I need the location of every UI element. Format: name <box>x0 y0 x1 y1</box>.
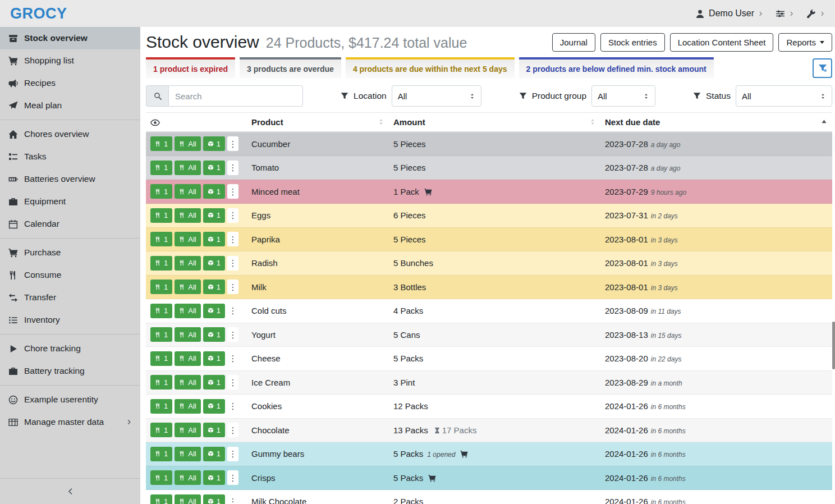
consume-all-button[interactable]: All <box>175 399 200 414</box>
sidebar-item-chores-overview[interactable]: Chores overview <box>0 123 140 145</box>
consume-all-button[interactable]: All <box>175 161 200 175</box>
row-menu-button[interactable]: ⋮ <box>227 184 238 199</box>
open-one-button[interactable]: 1 <box>203 256 225 271</box>
reports-dropdown-button[interactable]: Reports <box>778 33 832 52</box>
sidebar-item-tasks[interactable]: Tasks <box>0 145 140 168</box>
consume-all-button[interactable]: All <box>175 494 200 504</box>
product-name[interactable]: Milk <box>247 275 389 299</box>
sidebar-item-stock-overview[interactable]: Stock overview <box>0 27 140 49</box>
consume-one-button[interactable]: 1 <box>150 399 172 414</box>
product-name[interactable]: Gummy bears <box>247 442 389 466</box>
consume-all-button[interactable]: All <box>175 232 200 246</box>
row-menu-button[interactable]: ⋮ <box>227 447 238 461</box>
open-one-button[interactable]: 1 <box>203 161 225 175</box>
sidebar-item-battery-tracking[interactable]: Battery tracking <box>0 360 140 382</box>
row-menu-button[interactable]: ⋮ <box>227 232 238 246</box>
row-menu-button[interactable]: ⋮ <box>227 327 238 342</box>
open-one-button[interactable]: 1 <box>203 351 225 366</box>
sidebar-item-transfer[interactable]: Transfer <box>0 286 140 309</box>
product-name[interactable]: Chocolate <box>247 418 389 442</box>
journal-button[interactable]: Journal <box>552 33 595 52</box>
product-name[interactable]: Yogurt <box>247 323 389 347</box>
product-group-select[interactable]: All <box>591 85 655 107</box>
consume-all-button[interactable]: All <box>175 280 200 294</box>
column-header-next-due-date[interactable]: Next due date <box>600 113 832 132</box>
consume-all-button[interactable]: All <box>175 470 200 485</box>
product-name[interactable]: Ice Cream <box>247 370 389 395</box>
sidebar-item-consume[interactable]: Consume <box>0 264 140 286</box>
product-name[interactable]: Minced meat <box>247 180 389 204</box>
product-name[interactable]: Paprika <box>247 227 389 251</box>
sidebar-item-purchase[interactable]: Purchase <box>0 241 140 264</box>
banner-expired[interactable]: 1 product is expired <box>146 57 235 79</box>
row-menu-button[interactable]: ⋮ <box>227 375 238 390</box>
consume-one-button[interactable]: 1 <box>150 232 172 246</box>
product-name[interactable]: Cheese <box>247 347 389 371</box>
product-name[interactable]: Radish <box>247 251 389 276</box>
banner-due-soon[interactable]: 4 products are due within the next 5 day… <box>346 57 515 79</box>
consume-all-button[interactable]: All <box>175 423 200 437</box>
consume-all-button[interactable]: All <box>175 447 200 461</box>
sidebar-item-calendar[interactable]: Calendar <box>0 213 140 235</box>
sidebar-item-equipment[interactable]: Equipment <box>0 190 140 213</box>
row-menu-button[interactable]: ⋮ <box>227 423 238 437</box>
scrollbar-thumb[interactable] <box>832 322 835 369</box>
product-name[interactable]: Eggs <box>247 204 389 228</box>
consume-all-button[interactable]: All <box>175 184 200 199</box>
product-name[interactable]: Cookies <box>247 395 389 419</box>
row-menu-button[interactable]: ⋮ <box>227 136 238 151</box>
consume-one-button[interactable]: 1 <box>150 304 172 318</box>
clear-filter-button[interactable] <box>813 58 832 78</box>
row-menu-button[interactable]: ⋮ <box>227 470 238 485</box>
open-one-button[interactable]: 1 <box>203 423 225 437</box>
consume-one-button[interactable]: 1 <box>150 351 172 366</box>
search-input[interactable] <box>168 85 303 107</box>
consume-one-button[interactable]: 1 <box>150 208 172 223</box>
open-one-button[interactable]: 1 <box>203 136 225 151</box>
consume-one-button[interactable]: 1 <box>150 494 172 504</box>
open-one-button[interactable]: 1 <box>203 447 225 461</box>
consume-all-button[interactable]: All <box>175 304 200 318</box>
open-one-button[interactable]: 1 <box>203 375 225 390</box>
sidebar-item-batteries-overview[interactable]: Batteries overview <box>0 168 140 190</box>
row-menu-button[interactable]: ⋮ <box>227 208 238 223</box>
grocy-logo[interactable]: GROCY <box>10 5 67 22</box>
row-menu-button[interactable]: ⋮ <box>227 494 238 504</box>
row-menu-button[interactable]: ⋮ <box>227 304 238 318</box>
eye-icon[interactable] <box>150 118 160 127</box>
open-one-button[interactable]: 1 <box>203 327 225 342</box>
open-one-button[interactable]: 1 <box>203 208 225 223</box>
consume-one-button[interactable]: 1 <box>150 447 172 461</box>
row-menu-button[interactable]: ⋮ <box>227 351 238 366</box>
stock-entries-button[interactable]: Stock entries <box>600 33 665 52</box>
consume-one-button[interactable]: 1 <box>150 256 172 271</box>
admin-menu[interactable] <box>806 9 825 19</box>
consume-all-button[interactable]: All <box>175 327 200 342</box>
sidebar-collapse-button[interactable] <box>0 478 140 504</box>
product-name[interactable]: Milk Chocolate <box>247 490 389 504</box>
scrollbar[interactable] <box>832 27 835 504</box>
consume-all-button[interactable]: All <box>175 256 200 271</box>
product-name[interactable]: Cold cuts <box>247 299 389 323</box>
consume-one-button[interactable]: 1 <box>150 161 172 175</box>
consume-one-button[interactable]: 1 <box>150 423 172 437</box>
row-menu-button[interactable]: ⋮ <box>227 280 238 294</box>
consume-all-button[interactable]: All <box>175 375 200 390</box>
status-select[interactable]: All <box>736 85 832 107</box>
sidebar-item-shopping-list[interactable]: Shopping list <box>0 49 140 72</box>
product-name[interactable]: Cucumber <box>247 132 389 156</box>
open-one-button[interactable]: 1 <box>203 232 225 246</box>
consume-all-button[interactable]: All <box>175 351 200 366</box>
product-name[interactable]: Tomato <box>247 156 389 180</box>
column-header-amount[interactable]: Amount <box>389 113 600 132</box>
row-menu-button[interactable]: ⋮ <box>227 399 238 414</box>
open-one-button[interactable]: 1 <box>203 304 225 318</box>
consume-all-button[interactable]: All <box>175 136 200 151</box>
sidebar-item-example-userentity[interactable]: Example userentity <box>0 388 140 411</box>
open-one-button[interactable]: 1 <box>203 470 225 485</box>
sidebar-item-inventory[interactable]: Inventory <box>0 309 140 331</box>
row-menu-button[interactable]: ⋮ <box>227 161 238 175</box>
user-menu[interactable]: Demo User <box>695 8 763 19</box>
sidebar-item-manage-master-data[interactable]: Manage master data <box>0 411 140 433</box>
consume-one-button[interactable]: 1 <box>150 327 172 342</box>
